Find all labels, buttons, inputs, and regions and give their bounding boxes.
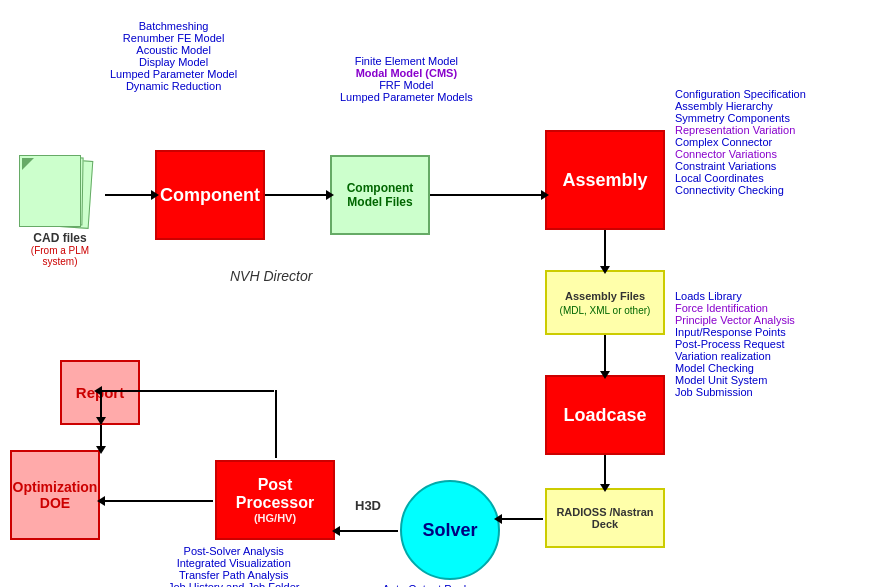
arrow-loadcase-to-deck [604, 455, 606, 486]
post-processor-box: Post Processor (HG/HV) [215, 460, 335, 540]
post-processor-bottom-annotations: Post-Solver Analysis Integrated Visualiz… [168, 545, 299, 587]
arrow-solver-to-post [338, 530, 398, 532]
arrow-post-to-opt [103, 500, 213, 502]
loadcase-right-annotations: Loads Library Force Identification Princ… [675, 290, 795, 398]
assembly-right-annotations: Configuration Specification Assembly Hie… [675, 88, 806, 196]
arrow-cad-to-component [105, 194, 153, 196]
h3d-label: H3D [355, 498, 381, 513]
workflow-diagram: NVH Director CAD files (From a PLM syste… [0, 0, 872, 587]
cad-files-label: CAD files [15, 231, 105, 245]
cad-files-stack: CAD files (From a PLM system) [15, 155, 105, 235]
loadcase-box: Loadcase [545, 375, 665, 455]
between-annotations: Finite Element Model Modal Model (CMS) F… [340, 55, 473, 103]
arrow-assembly-to-files [604, 230, 606, 268]
arrow-post-left-to-report [100, 390, 274, 392]
nvh-director-label: NVH Director [230, 268, 312, 284]
radioss-deck-box: RADIOSS /Nastran Deck [545, 488, 665, 548]
component-box: Component [155, 150, 265, 240]
solver-bottom-annotations: Auto Output Peaks Modal/Grid Participati… [370, 583, 487, 587]
arrow-component-to-files [265, 194, 328, 196]
arrow-deck-to-solver [500, 518, 543, 520]
assembly-files-box: Assembly Files (MDL, XML or other) [545, 270, 665, 335]
cad-files-sublabel: (From a PLM system) [15, 245, 105, 267]
arrow-to-report-down [100, 391, 102, 419]
arrow-report-to-opt [100, 425, 102, 448]
optimization-doe-box: Optimization DOE [10, 450, 100, 540]
solver-circle: Solver [400, 480, 500, 580]
component-top-annotations: Batchmeshing Renumber FE Model Acoustic … [110, 20, 237, 92]
component-model-files-box: Component Model Files [330, 155, 430, 235]
arrow-files-to-assembly [430, 194, 543, 196]
assembly-box: Assembly [545, 130, 665, 230]
arrow-files-to-loadcase [604, 335, 606, 373]
arrow-post-up [275, 390, 277, 458]
